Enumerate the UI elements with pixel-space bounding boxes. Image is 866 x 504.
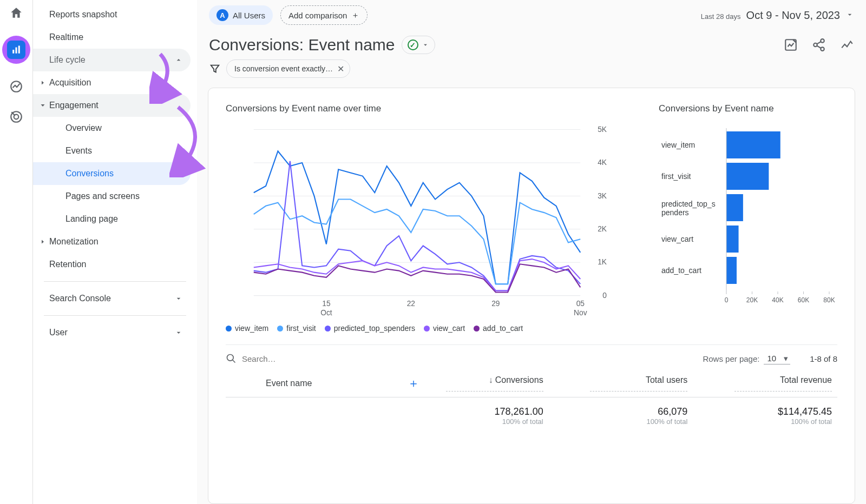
explore-icon[interactable]: [9, 79, 24, 94]
total-users: 66,079: [570, 406, 688, 417]
filter-chip[interactable]: Is conversion event exactly… ✕: [226, 59, 350, 78]
bar-chart-title: Conversions by Event name: [659, 103, 837, 114]
col-total-users[interactable]: Total users: [590, 375, 687, 392]
svg-text:add_to_cart: add_to_cart: [661, 266, 701, 275]
svg-text:05: 05: [576, 300, 585, 308]
add-dimension-button[interactable]: ＋: [408, 375, 419, 392]
svg-text:20K: 20K: [746, 296, 758, 304]
svg-text:Oct: Oct: [320, 309, 332, 317]
page-title: Conversions: Event name: [209, 36, 395, 54]
col-event-name: Event name: [266, 379, 312, 388]
legend-item[interactable]: predicted_top_spenders: [325, 324, 415, 333]
line-chart: 01K2K3K4K5K15Oct222905Nov: [226, 124, 637, 319]
caret-right-icon: [40, 79, 49, 86]
data-table: Rows per page: 10 1-8 of 8 Event name ＋ …: [226, 344, 837, 426]
svg-rect-2: [18, 46, 20, 54]
filter-chip-label: Is conversion event exactly…: [234, 64, 333, 73]
svg-point-8: [813, 43, 817, 47]
filter-icon[interactable]: [209, 63, 221, 75]
date-range-label: Last 28 days: [701, 12, 741, 21]
svg-point-7: [821, 39, 824, 43]
svg-text:2K: 2K: [598, 225, 607, 233]
nav-rail: [0, 0, 32, 504]
sidebar-section-lifecycle[interactable]: Life cycle: [33, 49, 191, 71]
svg-rect-30: [726, 163, 769, 190]
sidebar-acquisition[interactable]: Acquisition: [33, 71, 191, 94]
close-icon[interactable]: ✕: [337, 64, 344, 74]
sidebar-retention[interactable]: Retention: [33, 253, 191, 276]
sidebar-overview[interactable]: Overview: [33, 117, 191, 140]
sidebar-engagement[interactable]: Engagement: [33, 94, 191, 117]
svg-rect-0: [12, 50, 14, 54]
segment-all-users[interactable]: A All Users: [209, 5, 273, 25]
date-range-value: Oct 9 - Nov 5, 2023: [746, 9, 840, 22]
rows-per-page-select[interactable]: 10: [764, 353, 790, 364]
date-range-picker[interactable]: Last 28 days Oct 9 - Nov 5, 2023: [701, 9, 854, 22]
svg-text:penders: penders: [661, 208, 689, 217]
sidebar-user[interactable]: User: [33, 321, 191, 344]
status-chip[interactable]: ✓: [402, 36, 435, 54]
search-icon[interactable]: [226, 353, 237, 364]
line-chart-legend: view_itemfirst_visitpredicted_top_spende…: [226, 324, 637, 333]
home-icon[interactable]: [9, 5, 24, 21]
svg-text:40K: 40K: [772, 296, 783, 304]
caret-right-icon: [40, 238, 49, 245]
svg-text:22: 22: [407, 300, 415, 308]
line-chart-title: Conversions by Event name over time: [226, 103, 637, 114]
svg-text:0: 0: [725, 296, 729, 304]
main-content: A All Users Add comparison ＋ Last 28 day…: [197, 0, 866, 504]
col-total-revenue[interactable]: Total revenue: [734, 375, 832, 392]
sidebar-pages-screens[interactable]: Pages and screens: [33, 185, 191, 208]
sort-desc-icon: ↓: [489, 375, 493, 384]
chevron-down-icon: [845, 10, 854, 19]
chevron-down-icon: [174, 328, 183, 337]
sidebar-landing-page[interactable]: Landing page: [33, 208, 191, 230]
total-conversions: 178,261.00: [426, 406, 543, 417]
svg-text:3K: 3K: [598, 192, 607, 200]
legend-item[interactable]: view_item: [226, 324, 268, 333]
sidebar-reports-snapshot[interactable]: Reports snapshot: [33, 3, 191, 26]
share-icon[interactable]: [812, 38, 826, 52]
bar-chart: view_itemfirst_visitpredicted_top_spende…: [659, 124, 837, 329]
rows-per-page-label: Rows per page:: [703, 354, 759, 363]
advertising-icon[interactable]: [9, 109, 24, 124]
report-card: Conversions by Event name over time 01K2…: [208, 88, 855, 504]
svg-text:15: 15: [322, 300, 331, 308]
svg-text:predicted_top_s: predicted_top_s: [661, 200, 716, 208]
svg-point-9: [821, 47, 824, 51]
plus-icon: ＋: [351, 10, 359, 21]
customize-icon[interactable]: [784, 38, 798, 52]
sidebar-events[interactable]: Events: [33, 140, 191, 162]
table-search-input[interactable]: [242, 354, 383, 363]
col-conversions[interactable]: ↓Conversions: [446, 375, 543, 392]
svg-rect-1: [16, 48, 17, 54]
svg-text:4K: 4K: [598, 158, 607, 167]
sidebar-search-console[interactable]: Search Console: [33, 287, 191, 310]
legend-item[interactable]: add_to_cart: [474, 324, 523, 333]
svg-text:1K: 1K: [598, 258, 607, 266]
reports-icon[interactable]: [2, 36, 30, 64]
add-comparison-button[interactable]: Add comparison ＋: [280, 5, 368, 25]
chevron-up-icon: [174, 56, 183, 64]
chevron-down-icon: [174, 294, 183, 303]
legend-item[interactable]: view_cart: [424, 324, 465, 333]
sidebar-monetization[interactable]: Monetization: [33, 230, 191, 253]
svg-rect-28: [726, 131, 780, 158]
legend-item[interactable]: first_visit: [277, 324, 316, 333]
report-sidebar: Reports snapshot Realtime Life cycle Acq…: [32, 0, 197, 504]
sidebar-realtime[interactable]: Realtime: [33, 26, 191, 49]
svg-text:29: 29: [491, 300, 500, 308]
svg-text:view_cart: view_cart: [661, 235, 693, 243]
svg-rect-32: [726, 194, 743, 221]
svg-text:5K: 5K: [598, 125, 607, 134]
svg-text:view_item: view_item: [661, 141, 695, 149]
insights-icon[interactable]: [840, 38, 854, 52]
sidebar-conversions[interactable]: Conversions: [33, 162, 191, 185]
svg-rect-37: [726, 257, 737, 284]
chevron-down-icon: [422, 41, 429, 49]
svg-text:80K: 80K: [823, 296, 835, 304]
check-circle-icon: ✓: [408, 39, 418, 50]
comparison-bar: A All Users Add comparison ＋ Last 28 day…: [197, 0, 866, 25]
total-revenue: $114,475.45: [714, 406, 832, 417]
svg-text:60K: 60K: [798, 296, 809, 304]
